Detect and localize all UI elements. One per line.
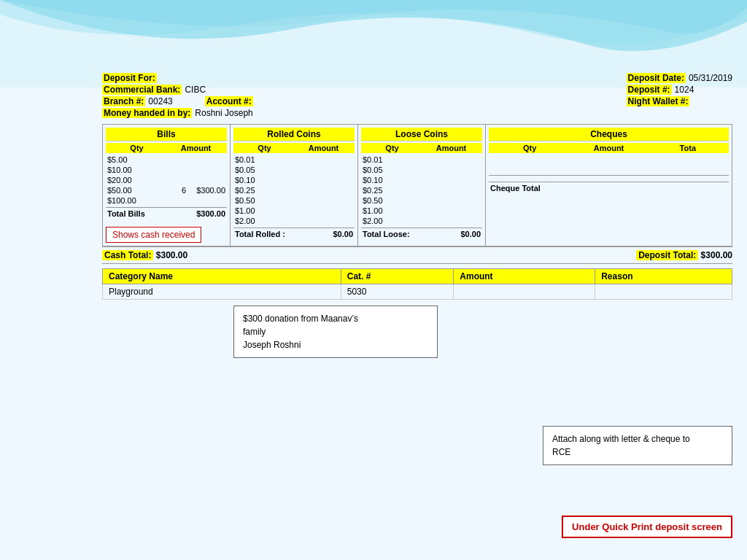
loose-row-0: $0.01 bbox=[361, 155, 482, 165]
bills-qty-4 bbox=[147, 196, 186, 205]
loose-row-6: $2.00 bbox=[361, 216, 482, 226]
loose-row-4: $0.50 bbox=[361, 195, 482, 206]
bills-amount-4 bbox=[186, 196, 225, 205]
bills-total-row: Total Bills $300.00 bbox=[106, 207, 227, 218]
bills-total-value: $300.00 bbox=[196, 209, 225, 218]
col-cat-num: Cat. # bbox=[341, 269, 454, 284]
col-category: Category Name bbox=[103, 269, 341, 284]
account-label: Account #: bbox=[205, 96, 253, 106]
commercial-bank-row: Commercial Bank: CIBC bbox=[102, 85, 256, 95]
loose-subheader: Qty Amount bbox=[361, 143, 482, 153]
bills-amount-3: $300.00 bbox=[186, 186, 225, 195]
rolled-coins-section: Rolled Coins Qty Amount $0.01 $0.05 $0.1… bbox=[231, 125, 358, 246]
cat-num-0: 5030 bbox=[341, 284, 454, 300]
bills-total-label: Total Bills bbox=[107, 209, 145, 218]
money-handed-row: Money handed in by: Roshni Joseph bbox=[102, 108, 256, 118]
bills-qty-3: 6 bbox=[147, 186, 186, 195]
bills-subheader: Qty Amount bbox=[106, 143, 227, 153]
rolled-row-1: $0.05 bbox=[233, 165, 355, 175]
bills-qty-2 bbox=[147, 176, 186, 184]
bills-section: Bills Qty Amount $5.00 $10.00 $20.00 bbox=[103, 125, 231, 246]
rolled-total-value: $0.00 bbox=[333, 230, 353, 238]
bills-qty-0 bbox=[147, 155, 186, 164]
cash-total-label: Cash Total: bbox=[102, 250, 153, 260]
col-amount: Amount bbox=[454, 269, 595, 284]
cheques-subheader: Qty Amount Tota bbox=[489, 143, 729, 153]
bills-denom-4: $100.00 bbox=[107, 196, 147, 205]
rolled-qty-header: Qty bbox=[235, 144, 294, 152]
cheque-total-row: Cheque Total bbox=[489, 182, 729, 194]
bills-amount-header: Amount bbox=[166, 144, 225, 152]
bills-row-4: $100.00 bbox=[106, 195, 227, 206]
deposit-total: Deposit Total: $300.00 bbox=[636, 250, 732, 260]
cash-received-annotation: Shows cash received bbox=[106, 227, 201, 243]
rolled-row-3: $0.25 bbox=[233, 185, 355, 195]
totals-bar: Cash Total: $300.00 Deposit Total: $300.… bbox=[102, 246, 732, 264]
loose-row-1: $0.05 bbox=[361, 165, 482, 175]
bills-title: Bills bbox=[106, 128, 227, 141]
loose-total-row: Total Loose: $0.00 bbox=[361, 228, 482, 238]
bills-row-3: $50.00 6 $300.00 bbox=[106, 185, 227, 195]
bills-amount-2 bbox=[186, 176, 225, 184]
bills-amount-1 bbox=[186, 166, 225, 174]
bills-denom-1: $10.00 bbox=[107, 166, 147, 174]
cheques-qty-header: Qty bbox=[490, 144, 569, 152]
branch-value: 00243 bbox=[148, 96, 172, 106]
bills-qty-header: Qty bbox=[107, 144, 166, 152]
col-reason: Reason bbox=[595, 269, 732, 284]
deposit-for-label: Deposit For: bbox=[102, 73, 157, 83]
cat-reason-0 bbox=[595, 284, 732, 300]
header-info: Deposit For: Commercial Bank: CIBC Branc… bbox=[102, 73, 732, 118]
loose-total-label: Total Loose: bbox=[363, 230, 410, 238]
cheque-total-label: Cheque Total bbox=[490, 184, 541, 192]
deposit-total-value: $300.00 bbox=[701, 250, 732, 260]
cheques-section: Cheques Qty Amount Tota Cheque Total bbox=[486, 125, 732, 246]
cash-total: Cash Total: $300.00 bbox=[102, 250, 187, 260]
loose-total-value: $0.00 bbox=[460, 230, 481, 238]
bills-row-0: $5.00 bbox=[106, 155, 227, 165]
loose-title: Loose Coins bbox=[361, 128, 482, 141]
cat-row-0: Playground 5030 bbox=[103, 284, 732, 300]
rolled-total-label: Total Rolled : bbox=[235, 230, 285, 238]
money-handed-label: Money handed in by: bbox=[102, 108, 192, 118]
rolled-row-0: $0.01 bbox=[233, 155, 355, 165]
loose-amount-header: Amount bbox=[422, 144, 481, 152]
loose-row-2: $0.10 bbox=[361, 175, 482, 185]
bills-row-1: $10.00 bbox=[106, 165, 227, 175]
bills-qty-1 bbox=[147, 166, 186, 174]
donation-line2: family bbox=[243, 327, 266, 337]
rolled-amount-header: Amount bbox=[294, 144, 353, 152]
loose-coins-section: Loose Coins Qty Amount $0.01 $0.05 $0.10… bbox=[358, 125, 486, 246]
category-table: Category Name Cat. # Amount Reason Playg… bbox=[102, 268, 732, 300]
deposit-sections: Bills Qty Amount $5.00 $10.00 $20.00 bbox=[102, 124, 732, 246]
quick-print-label: Under Quick Print deposit screen bbox=[562, 516, 732, 538]
loose-row-3: $0.25 bbox=[361, 185, 482, 195]
deposit-num-value: 1024 bbox=[675, 85, 694, 95]
cheques-total-col: Tota bbox=[649, 144, 727, 152]
rolled-total-row: Total Rolled : $0.00 bbox=[233, 228, 355, 238]
money-handed-value: Roshni Joseph bbox=[195, 108, 252, 118]
header-right: Deposit Date: 05/31/2019 Deposit #: 1024… bbox=[627, 73, 732, 118]
bills-amount-0 bbox=[186, 155, 225, 164]
cat-amount-0 bbox=[454, 284, 595, 300]
branch-label: Branch #: bbox=[102, 96, 145, 106]
donation-line1: $300 donation from Maanav’s bbox=[243, 314, 358, 324]
loose-qty-header: Qty bbox=[363, 144, 422, 152]
deposit-num-label: Deposit #: bbox=[627, 85, 672, 95]
rolled-row-4: $0.50 bbox=[233, 195, 355, 206]
deposit-num-row: Deposit #: 1024 bbox=[627, 85, 732, 95]
bills-denom-2: $20.00 bbox=[107, 176, 147, 184]
attach-line2: RCE bbox=[552, 447, 570, 457]
rolled-row-6: $2.00 bbox=[233, 216, 355, 226]
cash-total-value: $300.00 bbox=[156, 250, 187, 260]
cat-category-0: Playground bbox=[103, 284, 341, 300]
rolled-row-2: $0.10 bbox=[233, 175, 355, 185]
donation-note: $300 donation from Maanav’s family Josep… bbox=[233, 306, 438, 358]
deposit-for-row: Deposit For: bbox=[102, 73, 256, 83]
deposit-date-label: Deposit Date: bbox=[627, 73, 686, 83]
bills-denom-0: $5.00 bbox=[107, 155, 147, 164]
rolled-subheader: Qty Amount bbox=[233, 143, 355, 153]
cheques-title: Cheques bbox=[489, 128, 729, 141]
deposit-total-label: Deposit Total: bbox=[636, 250, 698, 260]
deposit-date-value: 05/31/2019 bbox=[689, 73, 732, 83]
